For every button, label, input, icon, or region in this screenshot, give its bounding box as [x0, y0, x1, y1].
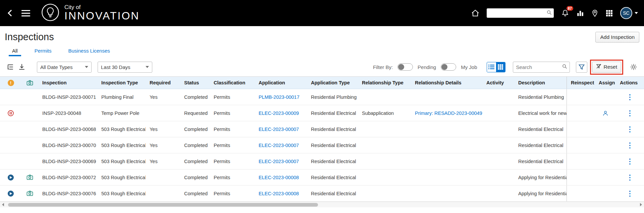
grid-view-button[interactable] — [496, 62, 505, 72]
bar-chart-icon[interactable] — [577, 9, 584, 17]
row-flag-cell — [0, 153, 21, 169]
download-icon[interactable] — [16, 61, 28, 73]
header-required[interactable]: Required — [146, 77, 180, 89]
reset-button[interactable]: Reset — [592, 62, 622, 73]
menu-hamburger-icon[interactable] — [21, 10, 30, 16]
table-row[interactable]: BLDG-INSP-2023-00071 Plumbing Final Yes … — [0, 89, 644, 105]
description-value: Applying for Residential — [514, 186, 567, 201]
notifications-bell-icon[interactable]: 87 — [561, 9, 569, 17]
actions-kebab-icon[interactable] — [627, 190, 634, 197]
date-type-dropdown[interactable]: All Date Types — [37, 62, 92, 73]
back-chevron-icon[interactable] — [8, 10, 14, 16]
classification-value: Permits — [210, 186, 255, 201]
table-row[interactable]: BLDG-INSP-2023-00068 503 Rough Electrica… — [0, 121, 644, 137]
date-range-dropdown[interactable]: Last 30 Days — [98, 62, 152, 73]
inspection-type: 503 Rough Electrical — [97, 137, 146, 153]
camera-column-header[interactable] — [21, 77, 38, 89]
header-application[interactable]: Application — [255, 77, 307, 89]
reinspect-value — [567, 153, 595, 169]
inspection-type: Temp Power Pole — [97, 105, 146, 121]
table-body: BLDG-INSP-2023-00071 Plumbing Final Yes … — [0, 89, 644, 202]
actions-kebab-icon[interactable] — [627, 142, 634, 149]
filter-funnel-button[interactable] — [576, 62, 587, 73]
user-menu[interactable]: SC — [620, 7, 638, 19]
home-icon[interactable] — [471, 9, 479, 17]
header-description[interactable]: Description — [514, 77, 567, 89]
header-assign[interactable]: Assign — [595, 77, 616, 89]
scrollbar-thumb[interactable] — [8, 203, 318, 207]
date-type-value: All Date Types — [40, 64, 85, 70]
activity-value — [482, 153, 514, 169]
table-row[interactable]: BLDG-INSP-2023-00076 503 Rough Electrica… — [0, 186, 644, 202]
application-link[interactable]: ELEC-2023-00008 — [259, 175, 299, 180]
table-search-box — [513, 62, 570, 73]
list-view-button[interactable] — [487, 62, 496, 72]
pending-toggle[interactable] — [397, 63, 413, 71]
notification-count-badge: 87 — [567, 6, 573, 11]
row-camera-cell — [21, 169, 38, 185]
header-reinspect[interactable]: Reinspect — [567, 77, 595, 89]
hierarchy-list-icon[interactable] — [5, 61, 16, 73]
camera-icon — [26, 191, 33, 196]
inspections-table: ! Inspection Inspection Type Required St… — [0, 76, 644, 202]
header-classification[interactable]: Classification — [210, 77, 255, 89]
actions-kebab-icon[interactable] — [627, 174, 634, 181]
global-search-input[interactable] — [489, 10, 547, 16]
table-row[interactable]: BLDG-INSP-2023-00070 503 Rough Electrica… — [0, 137, 644, 153]
reinspect-value — [567, 89, 595, 105]
header-actions[interactable]: Actions — [616, 77, 644, 89]
tab-business-licenses[interactable]: Business Licenses — [65, 47, 113, 56]
table-row[interactable]: INSP-2023-00048 Temp Power Pole Requeste… — [0, 105, 644, 121]
pending-label: Pending — [418, 64, 436, 70]
header-status[interactable]: Status — [180, 77, 210, 89]
table-search-input[interactable] — [516, 64, 562, 70]
row-camera-cell — [21, 105, 38, 121]
inspection-id: BLDG-INSP-2023-00069 — [38, 153, 97, 169]
application-link[interactable]: ELEC-2023-00008 — [259, 191, 299, 196]
actions-kebab-icon[interactable] — [627, 93, 634, 100]
scroll-right-arrow[interactable] — [638, 202, 644, 208]
scrollbar-track[interactable] — [6, 202, 638, 208]
gear-icon[interactable] — [628, 61, 639, 73]
assign-person-icon[interactable] — [602, 110, 608, 116]
classification-value: Permits — [210, 169, 255, 185]
tab-all[interactable]: All — [9, 47, 21, 56]
header-inspection-type[interactable]: Inspection Type — [97, 77, 146, 89]
actions-kebab-icon[interactable] — [627, 126, 634, 133]
application-type: Residential Electrical — [307, 153, 358, 169]
add-inspection-button[interactable]: Add Inspection — [595, 32, 639, 43]
topbar: City of INNOVATION 87 SC — [0, 0, 644, 26]
application-link[interactable]: PLMB-2023-00017 — [259, 94, 300, 100]
description-value: Residential Plumbing — [514, 89, 567, 105]
scroll-left-arrow[interactable] — [0, 202, 6, 208]
app-grid-icon[interactable] — [606, 10, 613, 17]
tab-permits[interactable]: Permits — [31, 47, 55, 56]
application-link[interactable]: ELEC-2023-00007 — [259, 143, 299, 148]
inspection-type: 503 Rough Electrical — [97, 121, 146, 137]
actions-kebab-icon[interactable] — [627, 110, 634, 117]
header-inspection[interactable]: Inspection — [38, 77, 97, 89]
header-activity[interactable]: Activity — [482, 77, 514, 89]
table-row[interactable]: BLDG-INSP-2023-00072 503 Rough Electrica… — [0, 169, 644, 186]
horizontal-scrollbar — [0, 202, 644, 207]
relationship-details-link[interactable]: Primary: RESADD-2023-00049 — [415, 111, 482, 116]
my-job-toggle[interactable] — [441, 63, 456, 71]
header-application-type[interactable]: Application Type — [307, 77, 358, 89]
search-magnifier-icon[interactable] — [547, 10, 552, 16]
header-relationship-type[interactable]: Relationship Type — [358, 77, 411, 89]
actions-cell — [616, 137, 644, 153]
activity-value — [482, 89, 514, 105]
application-link[interactable]: ELEC-2023-00007 — [259, 159, 299, 164]
required-value — [146, 186, 180, 201]
avatar[interactable]: SC — [620, 7, 632, 19]
view-mode-toggle — [487, 62, 505, 72]
search-magnifier-icon[interactable] — [562, 64, 567, 70]
actions-kebab-icon[interactable] — [627, 158, 634, 165]
warning-column-header[interactable]: ! — [0, 77, 21, 89]
table-row[interactable]: BLDG-INSP-2023-00069 503 Rough Electrica… — [0, 153, 644, 169]
header-relationship-details[interactable]: Relationship Details — [411, 77, 482, 89]
app-logo[interactable]: City of INNOVATION — [41, 3, 140, 23]
application-link[interactable]: ELEC-2023-00007 — [259, 127, 299, 132]
application-link[interactable]: ELEC-2023-00009 — [259, 111, 299, 116]
map-pin-icon[interactable] — [591, 9, 598, 17]
